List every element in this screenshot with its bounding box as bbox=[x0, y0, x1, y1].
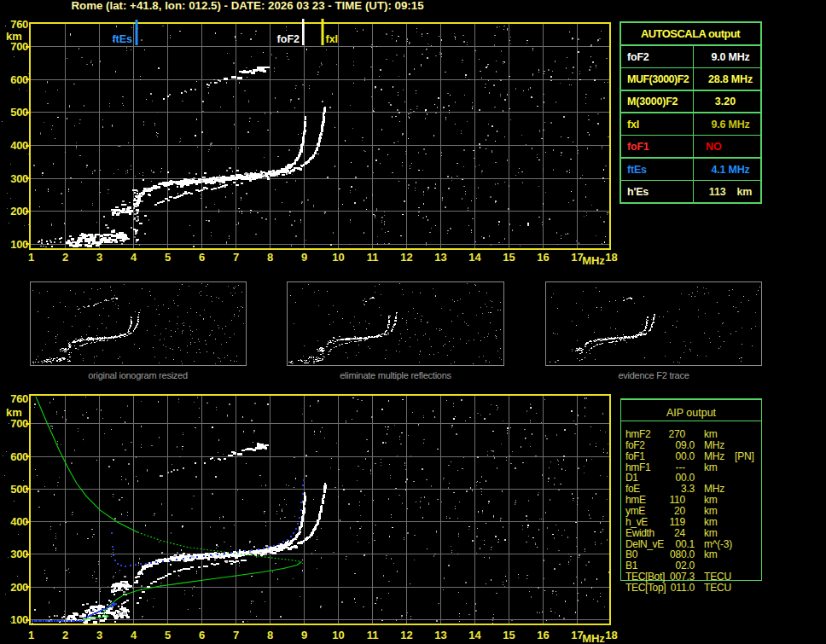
svg-text:12: 12 bbox=[400, 251, 412, 264]
svg-text:600: 600 bbox=[10, 450, 28, 463]
svg-text:NO: NO bbox=[706, 141, 722, 153]
svg-text:[PN]: [PN] bbox=[735, 450, 754, 462]
svg-text:km: km bbox=[704, 548, 718, 560]
svg-text:MHz: MHz bbox=[704, 483, 724, 495]
svg-text:6: 6 bbox=[199, 629, 205, 641]
svg-text:foE: foE bbox=[625, 483, 640, 495]
svg-text:10: 10 bbox=[332, 251, 344, 264]
svg-text:hmF1: hmF1 bbox=[625, 461, 651, 473]
svg-text:4.1 MHz: 4.1 MHz bbox=[711, 164, 749, 176]
svg-text:foF1: foF1 bbox=[627, 141, 649, 153]
svg-text:foF2: foF2 bbox=[277, 33, 300, 45]
svg-text:300: 300 bbox=[10, 172, 28, 185]
svg-text:7: 7 bbox=[233, 251, 239, 264]
svg-text:AUTOSCALA output: AUTOSCALA output bbox=[641, 27, 741, 40]
svg-text:h'Es: h'Es bbox=[627, 186, 649, 198]
svg-text:11: 11 bbox=[367, 629, 379, 641]
svg-text:original ionogram resized: original ionogram resized bbox=[88, 370, 188, 380]
svg-text:TECU: TECU bbox=[704, 582, 731, 594]
svg-text:evidence F2 trace: evidence F2 trace bbox=[618, 370, 689, 380]
svg-text:15: 15 bbox=[503, 629, 515, 641]
svg-text:9: 9 bbox=[301, 251, 307, 264]
svg-text:km: km bbox=[704, 494, 718, 506]
svg-text:700: 700 bbox=[10, 40, 28, 53]
svg-text:270: 270 bbox=[669, 428, 686, 440]
svg-text:9: 9 bbox=[301, 629, 307, 641]
svg-text:2: 2 bbox=[62, 629, 68, 641]
svg-text:fxI: fxI bbox=[627, 119, 639, 131]
svg-text:3.3: 3.3 bbox=[681, 483, 695, 495]
svg-text:18: 18 bbox=[605, 251, 617, 264]
svg-text:200: 200 bbox=[10, 205, 28, 218]
svg-text:100: 100 bbox=[10, 613, 28, 626]
svg-text:10: 10 bbox=[332, 629, 344, 641]
svg-text:500: 500 bbox=[10, 106, 28, 119]
svg-text:TECU: TECU bbox=[704, 571, 731, 583]
svg-text:13: 13 bbox=[434, 251, 446, 264]
svg-text:15: 15 bbox=[503, 251, 515, 264]
svg-text:1: 1 bbox=[28, 629, 34, 641]
svg-text:760: 760 bbox=[10, 18, 28, 31]
svg-text:200: 200 bbox=[10, 581, 28, 594]
svg-text:14: 14 bbox=[468, 251, 481, 264]
svg-text:Ewidth: Ewidth bbox=[625, 527, 654, 539]
svg-text:700: 700 bbox=[10, 417, 28, 430]
svg-text:m^(-3): m^(-3) bbox=[704, 538, 732, 550]
svg-text:ftEs: ftEs bbox=[112, 33, 132, 45]
svg-text:fxI: fxI bbox=[326, 33, 339, 45]
svg-text:hmE: hmE bbox=[625, 494, 646, 506]
svg-text:AIP output: AIP output bbox=[666, 407, 717, 419]
svg-text:12: 12 bbox=[400, 629, 412, 641]
svg-text:400: 400 bbox=[10, 139, 28, 152]
svg-text:TEC[Top]: TEC[Top] bbox=[625, 582, 666, 594]
svg-text:MHz: MHz bbox=[582, 632, 605, 644]
svg-text:113 km: 113 km bbox=[709, 186, 752, 198]
svg-text:TEC[Bot]: TEC[Bot] bbox=[625, 571, 665, 583]
svg-text:9.6 MHz: 9.6 MHz bbox=[711, 119, 749, 131]
svg-text:400: 400 bbox=[10, 515, 28, 528]
svg-text:500: 500 bbox=[10, 483, 28, 496]
svg-text:hmF2: hmF2 bbox=[625, 428, 651, 440]
svg-text:3: 3 bbox=[96, 629, 102, 641]
svg-text:110: 110 bbox=[669, 494, 685, 506]
svg-text:km: km bbox=[704, 428, 718, 440]
svg-text:9.0 MHz: 9.0 MHz bbox=[711, 51, 749, 63]
svg-text:Rome (lat: +41.8, lon: 012.5): Rome (lat: +41.8, lon: 012.5) - DATE: 20… bbox=[71, 0, 424, 12]
svg-text:18: 18 bbox=[605, 629, 617, 641]
svg-text:foF2: foF2 bbox=[627, 51, 649, 63]
svg-text:6: 6 bbox=[199, 251, 205, 264]
svg-text:5: 5 bbox=[165, 629, 171, 641]
svg-text:007.3: 007.3 bbox=[670, 571, 695, 583]
svg-text:300: 300 bbox=[10, 548, 28, 560]
svg-text:eliminate multiple reflections: eliminate multiple reflections bbox=[340, 370, 451, 380]
svg-text:100: 100 bbox=[10, 238, 28, 251]
svg-text:DelN_vE: DelN_vE bbox=[625, 538, 664, 550]
svg-text:8: 8 bbox=[267, 629, 273, 641]
svg-text:14: 14 bbox=[468, 629, 481, 641]
svg-text:3.20: 3.20 bbox=[715, 96, 736, 107]
svg-text:MUF(3000)F2: MUF(3000)F2 bbox=[627, 73, 689, 85]
svg-text:5: 5 bbox=[165, 251, 171, 264]
svg-text:011.0: 011.0 bbox=[671, 582, 695, 594]
svg-text:2: 2 bbox=[62, 251, 68, 264]
svg-text:4: 4 bbox=[131, 251, 137, 264]
svg-text:MHz: MHz bbox=[582, 254, 605, 267]
svg-text:11: 11 bbox=[367, 251, 379, 264]
svg-text:ftEs: ftEs bbox=[627, 164, 647, 176]
svg-text:13: 13 bbox=[434, 629, 446, 641]
svg-text:28.8 MHz: 28.8 MHz bbox=[708, 73, 753, 85]
svg-text:1: 1 bbox=[28, 251, 34, 264]
svg-text:24: 24 bbox=[674, 527, 685, 539]
svg-text:760: 760 bbox=[10, 392, 28, 405]
svg-text:7: 7 bbox=[233, 629, 239, 641]
svg-text:16: 16 bbox=[537, 251, 549, 264]
svg-text:8: 8 bbox=[267, 251, 273, 264]
svg-text:km: km bbox=[704, 527, 718, 539]
svg-text:600: 600 bbox=[10, 73, 28, 86]
svg-text:16: 16 bbox=[537, 629, 549, 641]
svg-text:3: 3 bbox=[96, 251, 102, 264]
svg-text:00.1: 00.1 bbox=[675, 538, 695, 550]
svg-text:M(3000)F2: M(3000)F2 bbox=[627, 96, 678, 107]
svg-text:---: --- bbox=[676, 461, 686, 473]
svg-text:km: km bbox=[704, 461, 718, 473]
